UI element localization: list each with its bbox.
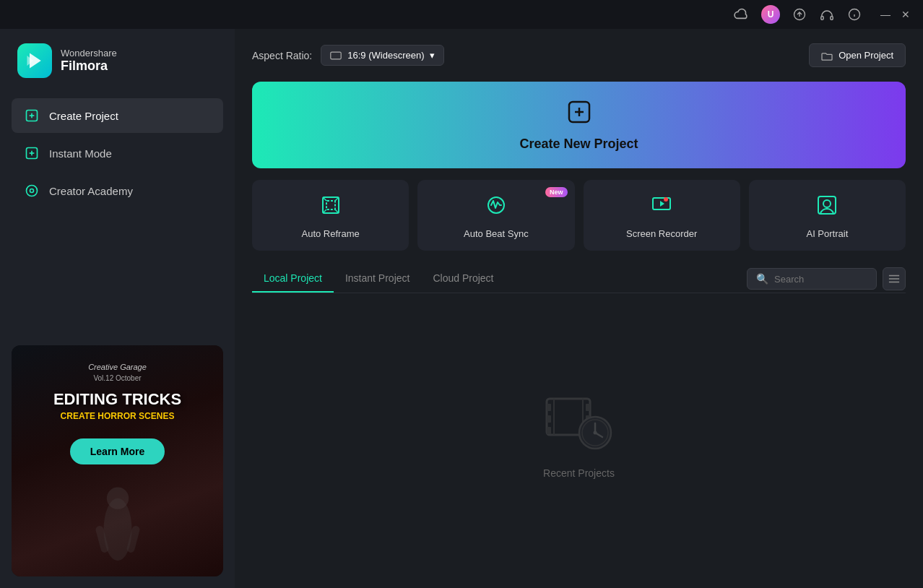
svg-rect-20 <box>331 52 341 59</box>
promo-headline: EDITING TRICKS <box>53 391 181 408</box>
open-project-button[interactable]: Open Project <box>809 43 906 67</box>
sidebar-label-creator-academy: Creator Academy <box>49 185 133 197</box>
svg-rect-36 <box>547 404 551 411</box>
svg-rect-37 <box>547 415 551 423</box>
creator-academy-icon <box>23 182 40 199</box>
projects-area: Recent Projects <box>252 293 906 574</box>
logo-brand: Wondershare <box>61 48 117 59</box>
search-box[interactable]: 🔍 <box>747 268 877 290</box>
auto-beat-sync-label: Auto Beat Sync <box>464 228 529 239</box>
svg-point-14 <box>27 186 38 196</box>
logo-product: Filmora <box>61 59 117 74</box>
svg-rect-38 <box>547 427 551 434</box>
sidebar-item-creator-academy[interactable]: Creator Academy <box>12 173 223 208</box>
sidebar-item-create-project[interactable]: Create Project <box>12 98 223 133</box>
sidebar-nav: Create Project Instant Mode Creator Acad… <box>0 92 235 214</box>
screen-recorder-label: Screen Recorder <box>626 228 697 239</box>
create-project-icon <box>23 107 40 124</box>
sidebar: Wondershare Filmora Create Project <box>0 29 235 588</box>
auto-reframe-label: Auto Reframe <box>302 228 360 239</box>
tool-cards-grid: Auto Reframe New Auto Beat Sync <box>252 180 906 251</box>
auto-reframe-icon <box>320 194 342 221</box>
svg-rect-2 <box>831 16 833 20</box>
search-icon: 🔍 <box>756 273 768 285</box>
aspect-ratio-dropdown[interactable]: 16:9 (Widescreen) ▾ <box>321 45 444 66</box>
sidebar-label-create-project: Create Project <box>49 110 118 122</box>
tool-card-screen-recorder[interactable]: Screen Recorder <box>584 180 740 251</box>
upload-icon[interactable] <box>792 7 807 22</box>
promo-title: Creative Garage <box>88 363 147 371</box>
svg-point-31 <box>823 200 831 207</box>
logo: Wondershare Filmora <box>0 29 235 92</box>
avatar-icon[interactable]: U <box>761 5 780 24</box>
promo-sub: CREATE HORROR SCENES <box>61 411 175 421</box>
create-banner-icon <box>566 99 592 131</box>
list-view-button[interactable] <box>883 267 906 290</box>
folder-icon <box>821 51 833 61</box>
promo-banner: Creative Garage Vol.12 October EDITING T… <box>12 345 223 576</box>
tab-local-project[interactable]: Local Project <box>252 265 334 293</box>
instant-mode-icon <box>23 144 40 162</box>
new-badge: New <box>545 187 568 197</box>
tab-cloud-project[interactable]: Cloud Project <box>421 265 505 293</box>
top-bar: Aspect Ratio: 16:9 (Widescreen) ▾ Open P… <box>252 43 906 67</box>
tab-instant-project[interactable]: Instant Project <box>334 265 422 293</box>
screen-recorder-icon <box>651 194 672 221</box>
open-project-label: Open Project <box>838 50 893 61</box>
empty-state-text: Recent Projects <box>543 467 615 479</box>
minimize-button[interactable]: — <box>880 9 891 20</box>
tabs-right-controls: 🔍 <box>747 267 906 290</box>
sidebar-label-instant-mode: Instant Mode <box>49 147 112 160</box>
cloud-icon[interactable] <box>734 7 750 22</box>
headset-icon[interactable] <box>819 7 835 22</box>
dropdown-chevron-icon: ▾ <box>430 50 435 61</box>
empty-state-icon <box>543 388 615 456</box>
logo-text: Wondershare Filmora <box>61 48 117 74</box>
aspect-ratio-value: 16:9 (Widescreen) <box>347 50 424 61</box>
logo-icon <box>17 43 52 78</box>
aspect-ratio-section: Aspect Ratio: 16:9 (Widescreen) ▾ <box>252 45 444 66</box>
svg-marker-28 <box>660 201 664 207</box>
tool-card-ai-portrait[interactable]: AI Portrait <box>749 180 906 251</box>
svg-rect-39 <box>586 404 590 411</box>
svg-point-17 <box>106 488 128 509</box>
title-bar: U — ✕ <box>0 0 923 29</box>
promo-vol: Vol.12 October <box>93 374 141 382</box>
main-layout: Wondershare Filmora Create Project <box>0 29 923 588</box>
svg-point-29 <box>664 197 668 202</box>
aspect-ratio-label: Aspect Ratio: <box>252 50 312 61</box>
create-new-project-label: Create New Project <box>519 137 638 152</box>
svg-rect-25 <box>326 201 335 209</box>
sidebar-item-instant-mode[interactable]: Instant Mode <box>12 136 223 170</box>
promo-figure <box>74 483 161 576</box>
close-button[interactable]: ✕ <box>900 9 911 20</box>
project-tabs-bar: Local Project Instant Project Cloud Proj… <box>252 265 906 293</box>
content-area: Aspect Ratio: 16:9 (Widescreen) ▾ Open P… <box>235 29 923 588</box>
svg-point-48 <box>593 431 597 435</box>
tool-card-auto-beat-sync[interactable]: New Auto Beat Sync <box>417 180 574 251</box>
ai-portrait-icon <box>816 194 838 221</box>
svg-rect-1 <box>821 16 823 20</box>
learn-more-button[interactable]: Learn More <box>70 438 165 464</box>
create-new-project-banner[interactable]: Create New Project <box>252 82 906 168</box>
auto-beat-sync-icon <box>485 194 507 221</box>
search-input[interactable] <box>774 274 867 285</box>
tool-card-auto-reframe[interactable]: Auto Reframe <box>252 180 409 251</box>
ai-portrait-label: AI Portrait <box>806 228 848 239</box>
info-icon[interactable] <box>846 7 862 22</box>
svg-point-15 <box>30 189 34 193</box>
